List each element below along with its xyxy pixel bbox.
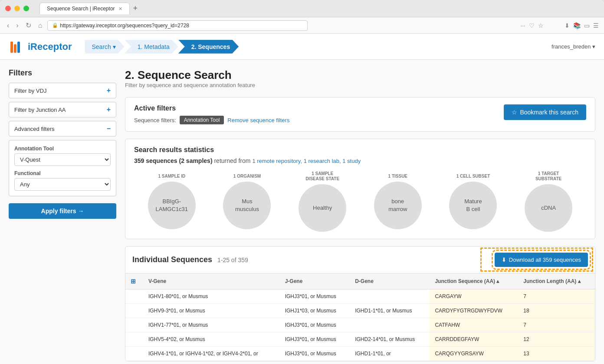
row-vgene: IGHV1-77*01, or Musmus xyxy=(143,318,280,332)
tab-bar: Sequence Search | iReceptor ✕ + xyxy=(39,3,599,14)
row-vgene: IGHV5-4*02, or Musmus xyxy=(143,332,280,347)
tab-close-icon[interactable]: ✕ xyxy=(118,6,122,12)
sequences-title-wrapper: Individual Sequences 1-25 of 359 xyxy=(132,255,248,264)
remove-filters-link[interactable]: Remove sequence filters xyxy=(227,117,289,124)
url-bar[interactable]: 🔒 https://gateway.ireceptor.org/sequence… xyxy=(47,20,308,31)
stats-title: Search results statistics xyxy=(134,146,586,154)
row-junction-len: 7 xyxy=(518,318,595,332)
nav-search[interactable]: Search ▾ xyxy=(85,40,124,54)
more-icon[interactable]: ··· xyxy=(520,22,525,29)
circles-row: 1 SAMPLE ID BBIgG-LAMGC1c31 1 ORGANISM M… xyxy=(134,171,586,232)
nav-step-2[interactable]: 2. Sequences xyxy=(178,40,239,54)
download-sequences-button[interactable]: ⬇ Download all 359 sequences xyxy=(495,253,588,267)
sequences-count: 1-25 of 359 xyxy=(217,257,248,263)
active-filters-section: Active filters Sequence filters: Annotat… xyxy=(125,97,595,132)
functional-label: Functional xyxy=(14,170,111,176)
circle-cell-subset: 1 CELL SUBSET MatureB cell xyxy=(449,174,497,229)
filter-tag: Annotation Tool xyxy=(180,116,224,124)
th-junction-seq: Junction Sequence (AA) ▴ xyxy=(430,273,518,289)
star-icon-btn: ☆ xyxy=(512,109,517,116)
browser-toolbar-icons: ··· ♡ ☆ ⬇ 📚 ▭ ☰ xyxy=(520,22,599,29)
th-junction-len: Junction Length (AA) ▴ xyxy=(518,273,595,289)
table-row[interactable]: IGHV1-80*01, or Musmus IGHJ3*01, or Musm… xyxy=(125,289,595,304)
star-icon[interactable]: ☆ xyxy=(538,22,544,29)
logo-icon xyxy=(9,38,26,55)
logo[interactable]: iReceptor xyxy=(9,38,72,55)
minus-icon: − xyxy=(107,125,111,133)
advanced-filters-button[interactable]: Advanced filters − xyxy=(9,121,116,136)
repository-link[interactable]: 1 remote repository, 1 research lab, 1 s… xyxy=(252,158,361,164)
sequences-header: Individual Sequences 1-25 of 359 ⬇ Downl… xyxy=(125,247,595,273)
user-menu[interactable]: frances_breden ▾ xyxy=(551,43,595,50)
url-text: https://gateway.ireceptor.org/sequences?… xyxy=(60,23,189,29)
sequence-filters-label: Sequence filters: xyxy=(134,117,176,124)
library-icon[interactable]: 📚 xyxy=(573,22,581,29)
apply-filters-button[interactable]: Apply filters → xyxy=(9,203,116,219)
plus-icon-2: + xyxy=(107,106,111,114)
lock-icon: 🔒 xyxy=(52,23,58,28)
table-row[interactable]: IGHV5-4*02, or Musmus IGHJ3*01, or Musmu… xyxy=(125,332,595,347)
row-dgene xyxy=(350,289,430,304)
download-icon[interactable]: ⬇ xyxy=(565,22,570,29)
new-tab-button[interactable]: + xyxy=(133,4,138,13)
row-junction-len: 13 xyxy=(518,347,595,361)
bookmark-button[interactable]: ☆ Bookmark this search xyxy=(504,104,586,120)
annotation-tool-label: Annotation Tool xyxy=(14,146,111,152)
table-row[interactable]: IGHV1-77*01, or Musmus IGHJ3*01, or Musm… xyxy=(125,318,595,332)
advanced-filters-section: Annotation Tool V-Quest Functional Any xyxy=(9,140,116,196)
row-select xyxy=(125,304,143,318)
sidebar-toggle-icon[interactable]: ▭ xyxy=(584,22,590,29)
circle-tissue: 1 TISSUE bonemarrow xyxy=(374,174,422,229)
circle-target-substrate: 1 TARGETSUBSTRATE cDNA xyxy=(525,171,572,232)
circle-organism: 1 ORGANISM Musmusculus xyxy=(223,174,271,229)
logo-text: iReceptor xyxy=(28,41,72,52)
row-jgene: IGHJ3*01, or Musmus xyxy=(280,289,350,304)
row-dgene: IGHD1-1*01, or Musmus xyxy=(350,304,430,318)
title-bar: Sequence Search | iReceptor ✕ + xyxy=(0,0,604,17)
row-select xyxy=(125,332,143,347)
tab-title: Sequence Search | iReceptor xyxy=(47,6,115,12)
row-dgene: IGHD1-1*01, or xyxy=(350,347,430,361)
row-vgene: IGHV4-1*01, or IGHV4-1*02, or IGHV4-2*01… xyxy=(143,347,280,361)
circle-sample-id: 1 SAMPLE ID BBIgG-LAMGC1c31 xyxy=(148,174,196,229)
annotation-tool-select[interactable]: V-Quest xyxy=(14,153,111,166)
home-button[interactable]: ⌂ xyxy=(36,21,44,30)
address-bar: ‹ › ↻ ⌂ 🔒 https://gateway.ireceptor.org/… xyxy=(0,17,604,34)
table-row[interactable]: IGHV9-3*01, or Musmus IGHJ1*03, or Musmu… xyxy=(125,304,595,318)
row-junction-seq: CARRDDEGFAYW xyxy=(430,332,518,347)
functional-select[interactable]: Any xyxy=(14,178,111,191)
row-junction-seq: CATFAHW xyxy=(430,318,518,332)
filter-junction-button[interactable]: Filter by Junction AA + xyxy=(9,102,116,117)
reload-button[interactable]: ↻ xyxy=(24,20,33,30)
nav-step-1[interactable]: 1. Metadata xyxy=(125,40,178,54)
plus-icon: + xyxy=(107,87,111,94)
row-vgene: IGHV9-3*01, or Musmus xyxy=(143,304,280,318)
svg-rect-2 xyxy=(17,42,20,53)
row-jgene: IGHJ3*01, or Musmus xyxy=(280,318,350,332)
menu-icon[interactable]: ☰ xyxy=(593,22,599,29)
minimize-button[interactable] xyxy=(14,6,20,11)
table-row[interactable]: IGHV4-1*01, or IGHV4-1*02, or IGHV4-2*01… xyxy=(125,347,595,361)
select-all-icon[interactable]: ⊞ xyxy=(131,278,136,285)
close-button[interactable] xyxy=(5,6,11,11)
th-dgene: D-Gene xyxy=(350,273,430,289)
bookmark-heart-icon[interactable]: ♡ xyxy=(529,22,535,29)
back-button[interactable]: ‹ xyxy=(5,21,11,30)
filter-vdj-button[interactable]: Filter by VDJ + xyxy=(9,83,116,98)
svg-rect-1 xyxy=(14,44,16,53)
page-title: 2. Sequence Search xyxy=(125,68,595,82)
th-select: ⊞ xyxy=(125,273,143,289)
th-vgene: V-Gene xyxy=(143,273,280,289)
app-header: iReceptor Search ▾ 1. Metadata 2. Sequen… xyxy=(0,34,604,60)
row-junction-seq: CARQGYYGRSAYW xyxy=(430,347,518,361)
row-junction-seq: CARGAYW xyxy=(430,289,518,304)
filter-row: Sequence filters: Annotation Tool Remove… xyxy=(134,116,289,124)
forward-button[interactable]: › xyxy=(14,21,20,30)
maximize-button[interactable] xyxy=(23,6,29,11)
sidebar-title: Filters xyxy=(9,68,116,78)
row-dgene xyxy=(350,318,430,332)
active-filters-title: Active filters xyxy=(134,104,289,112)
row-junction-seq: CARDYFYGTRGDWYFDVW xyxy=(430,304,518,318)
download-icon-btn: ⬇ xyxy=(502,257,506,263)
active-tab[interactable]: Sequence Search | iReceptor ✕ xyxy=(39,3,130,14)
